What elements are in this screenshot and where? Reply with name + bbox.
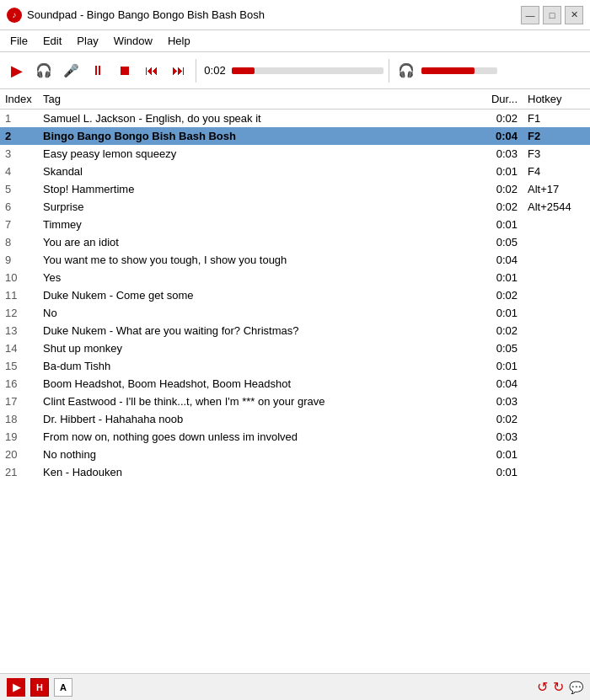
cell-tag: Duke Nukem - Come get some [38, 286, 476, 304]
cell-duration: 0:01 [476, 304, 523, 322]
table-row[interactable]: 10Yes0:01 [0, 269, 590, 286]
table-row[interactable]: 12No0:01 [0, 304, 590, 322]
next-button[interactable]: ⏭ [167, 59, 190, 83]
title-bar: ♪ Soundpad - Bingo Bango Bongo Bish Bash… [0, 0, 590, 30]
progress-fill [232, 67, 255, 74]
cell-hotkey: F3 [523, 145, 590, 163]
menu-item-window[interactable]: Window [107, 33, 159, 49]
status-h-button[interactable]: H [30, 678, 49, 697]
cell-duration: 0:02 [476, 322, 523, 339]
cell-tag: You want me to show you tough, I show yo… [38, 251, 476, 269]
progress-bar[interactable] [232, 67, 384, 74]
toolbar-separator-2 [389, 59, 389, 83]
menu-item-help[interactable]: Help [161, 33, 197, 49]
status-a-button[interactable]: A [54, 678, 72, 697]
replay-icon[interactable]: ↺ [537, 679, 548, 695]
cell-index: 21 [0, 463, 38, 481]
play-button[interactable]: ▶ [5, 59, 29, 83]
table-row[interactable]: 2Bingo Bango Bongo Bish Bash Bosh0:04F2 [0, 127, 590, 145]
table-row[interactable]: 1Samuel L. Jackson - English, do you spe… [0, 110, 590, 128]
cell-index: 1 [0, 110, 38, 128]
cell-tag: Timmey [38, 216, 476, 233]
cell-hotkey: F4 [523, 163, 590, 180]
stop-button[interactable]: ⏹ [113, 59, 137, 83]
table-row[interactable]: 11Duke Nukem - Come get some0:02 [0, 286, 590, 304]
table-row[interactable]: 4Skandal0:01F4 [0, 163, 590, 180]
table-row[interactable]: 21Ken - Hadouken0:01 [0, 463, 590, 481]
table-row[interactable]: 6Surprise0:02Alt+2544 [0, 198, 590, 216]
cell-tag: Clint Eastwood - I'll be think...t, when… [38, 393, 476, 410]
col-header-hotkey[interactable]: Hotkey [523, 89, 590, 110]
table-row[interactable]: 14Shut up monkey0:05 [0, 339, 590, 357]
cell-tag: Surprise [38, 198, 476, 216]
menu-item-edit[interactable]: Edit [36, 33, 68, 49]
cell-index: 15 [0, 357, 38, 375]
cell-tag: Shut up monkey [38, 339, 476, 357]
table-body: 1Samuel L. Jackson - English, do you spe… [0, 110, 590, 482]
cell-index: 9 [0, 251, 38, 269]
cell-hotkey [523, 393, 590, 410]
playback-time: 0:02 [201, 64, 228, 77]
cell-tag: Samuel L. Jackson - English, do you spea… [38, 110, 476, 128]
pause-button[interactable]: ⏸ [86, 59, 110, 83]
cell-index: 8 [0, 233, 38, 251]
volume-bar[interactable] [421, 67, 497, 74]
toolbar: ▶ 🎧 🎤 ⏸ ⏹ ⏮ ⏭ 0:02 🎧 [0, 52, 590, 89]
minimize-button[interactable]: — [521, 6, 539, 24]
table-row[interactable]: 17Clint Eastwood - I'll be think...t, wh… [0, 393, 590, 410]
table-row[interactable]: 19From now on, nothing goes down unless … [0, 428, 590, 446]
cell-tag: No nothing [38, 446, 476, 463]
maximize-button[interactable]: □ [543, 6, 561, 24]
headphones-button[interactable]: 🎧 [32, 59, 56, 83]
table-row[interactable]: 8You are an idiot0:05 [0, 233, 590, 251]
cell-index: 14 [0, 339, 38, 357]
table-row[interactable]: 3Easy peasy lemon squeezy0:03F3 [0, 145, 590, 163]
title-bar-left: ♪ Soundpad - Bingo Bango Bongo Bish Bash… [7, 8, 265, 23]
table-row[interactable]: 7Timmey0:01 [0, 216, 590, 233]
title-bar-controls: — □ ✕ [521, 6, 583, 24]
col-header-tag[interactable]: Tag [38, 89, 476, 110]
cell-duration: 0:03 [476, 428, 523, 446]
menu-item-play[interactable]: Play [70, 33, 105, 49]
close-button[interactable]: ✕ [565, 6, 583, 24]
cell-duration: 0:01 [476, 463, 523, 481]
col-header-duration[interactable]: Dur... [476, 89, 523, 110]
table-row[interactable]: 5Stop! Hammertime0:02Alt+17 [0, 180, 590, 198]
cell-index: 5 [0, 180, 38, 198]
table-row[interactable]: 15Ba-dum Tishh0:01 [0, 357, 590, 375]
cell-duration: 0:01 [476, 163, 523, 180]
col-header-index[interactable]: Index [0, 89, 38, 110]
chat-icon[interactable]: 💬 [569, 681, 583, 694]
cell-duration: 0:02 [476, 286, 523, 304]
toolbar-separator-1 [196, 59, 196, 83]
table-header-row: Index Tag Dur... Hotkey [0, 89, 590, 110]
cell-index: 18 [0, 410, 38, 428]
cell-hotkey [523, 446, 590, 463]
table-row[interactable]: 9You want me to show you tough, I show y… [0, 251, 590, 269]
menu-item-file[interactable]: File [3, 33, 35, 49]
forward-icon[interactable]: ↻ [553, 679, 564, 695]
cell-tag: Ken - Hadouken [38, 463, 476, 481]
table-row[interactable]: 20No nothing0:01 [0, 446, 590, 463]
table-row[interactable]: 16Boom Headshot, Boom Headshot, Boom Hea… [0, 375, 590, 393]
headphones2-button[interactable]: 🎧 [394, 59, 418, 83]
mic-button[interactable]: 🎤 [59, 59, 83, 83]
cell-hotkey: Alt+2544 [523, 198, 590, 216]
cell-hotkey [523, 357, 590, 375]
cell-hotkey [523, 286, 590, 304]
table-container[interactable]: Index Tag Dur... Hotkey 1Samuel L. Jacks… [0, 89, 590, 673]
table-row[interactable]: 13Duke Nukem - What are you waiting for?… [0, 322, 590, 339]
cell-index: 3 [0, 145, 38, 163]
prev-button[interactable]: ⏮ [140, 59, 164, 83]
cell-duration: 0:03 [476, 393, 523, 410]
cell-duration: 0:01 [476, 357, 523, 375]
cell-hotkey [523, 233, 590, 251]
cell-duration: 0:04 [476, 251, 523, 269]
cell-hotkey [523, 251, 590, 269]
cell-index: 13 [0, 322, 38, 339]
cell-tag: Boom Headshot, Boom Headshot, Boom Heads… [38, 375, 476, 393]
cell-tag: No [38, 304, 476, 322]
table-row[interactable]: 18Dr. Hibbert - Hahahaha noob0:02 [0, 410, 590, 428]
status-play-button[interactable]: ▶ [7, 678, 25, 697]
cell-hotkey [523, 339, 590, 357]
